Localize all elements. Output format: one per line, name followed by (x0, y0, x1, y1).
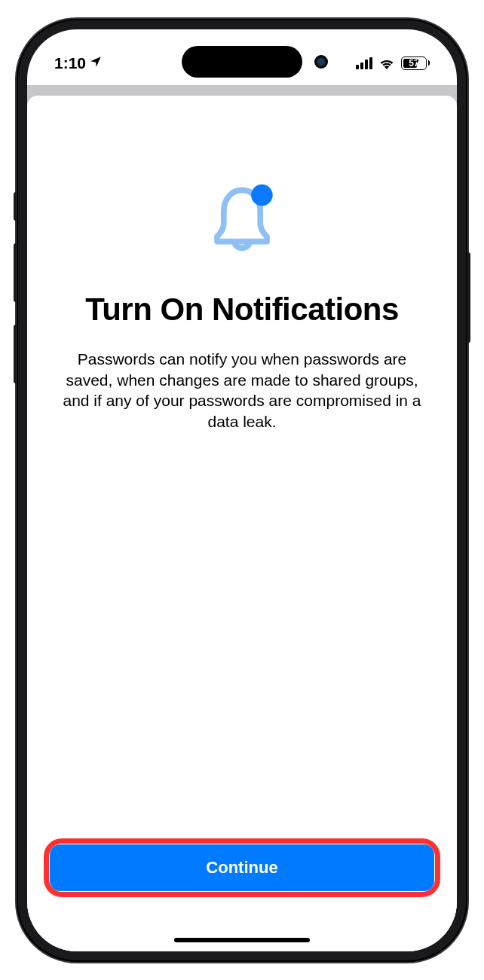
screen: 1:10 (27, 29, 457, 951)
battery-percent: 57 (409, 58, 418, 69)
page-title: Turn On Notifications (85, 292, 399, 328)
physical-right-button (467, 252, 470, 343)
cellular-signal-icon (356, 57, 372, 69)
status-time: 1:10 (54, 54, 86, 72)
page-description: Passwords can notify you when passwords … (50, 349, 434, 432)
notifications-bell-icon (201, 179, 283, 261)
location-icon (89, 54, 103, 72)
home-indicator[interactable] (174, 938, 310, 942)
wifi-icon (378, 57, 395, 69)
battery-indicator: 57 (401, 56, 430, 70)
dynamic-island (182, 46, 302, 78)
continue-button[interactable]: Continue (50, 844, 434, 891)
button-area: Continue (50, 844, 434, 951)
sheet-backdrop: Turn On Notifications Passwords can noti… (27, 85, 457, 951)
phone-frame: 1:10 (17, 19, 467, 962)
content-area: Turn On Notifications Passwords can noti… (50, 96, 434, 844)
status-left: 1:10 (54, 54, 103, 72)
status-right: 57 (356, 56, 430, 70)
modal-sheet: Turn On Notifications Passwords can noti… (27, 96, 457, 951)
physical-left-buttons (14, 192, 17, 406)
svg-point-0 (251, 184, 273, 206)
